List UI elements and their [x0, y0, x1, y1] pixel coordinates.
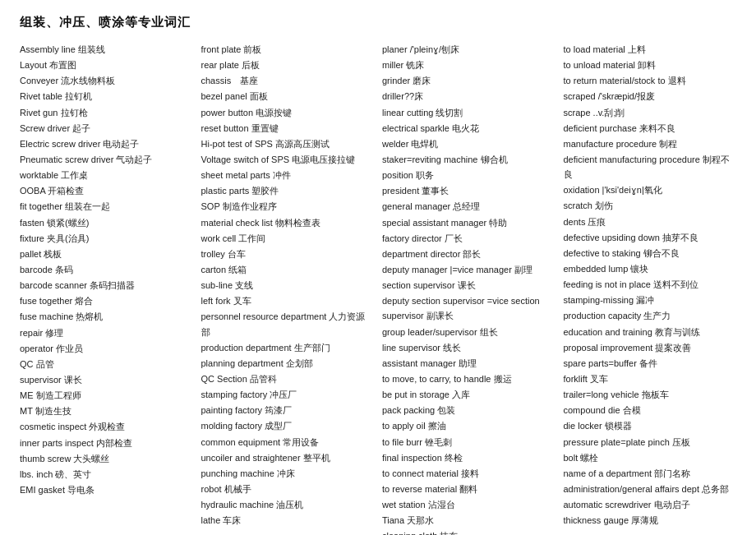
list-item: stamping factory 冲压厂 [201, 387, 375, 402]
column-4: to load material 上料to unload material 卸料… [564, 42, 737, 535]
list-item: production capacity 生产力 [564, 308, 737, 323]
list-item: personnel resource department 人力资源部 [201, 309, 375, 339]
list-item: spare parts=buffer 备件 [564, 356, 737, 371]
list-item: pressure plate=plate pinch 压板 [564, 435, 737, 450]
list-item: feeding is not in place 送料不到位 [564, 277, 737, 292]
list-item: Assembly line 组装线 [20, 42, 193, 57]
list-item: planning department 企划部 [201, 356, 375, 371]
column-2: front plate 前板rear plate 后板chassis 基座bez… [201, 42, 375, 535]
list-item: scrape ..v.刮;削 [564, 105, 737, 120]
list-item: deputy manager |=vice manager 副理 [382, 262, 555, 277]
list-item: oxidation |'ksi'deiɣn|氧化 [564, 182, 737, 197]
list-item: rear plate 后板 [201, 58, 375, 72]
list-item: education and training 教育与训练 [564, 325, 737, 339]
column-1: Assembly line 组装线Layout 布置图Conveyer 流水线物… [20, 42, 193, 535]
list-item: dents 压痕 [564, 214, 737, 229]
list-item: operator 作业员 [20, 341, 193, 356]
list-item: thickness gauge 厚薄规 [564, 513, 737, 528]
list-item: bolt 螺栓 [564, 450, 737, 465]
list-item: plastic parts 塑胶件 [201, 183, 375, 198]
list-item: driller??床 [382, 89, 555, 104]
list-item: be put in storage 入库 [382, 387, 555, 402]
list-item: die locker 锁模器 [564, 418, 737, 433]
list-item: position 职务 [382, 168, 555, 182]
list-item: Pneumatic screw driver 气动起子 [20, 152, 193, 167]
list-item: defective to staking 铆合不良 [564, 246, 737, 261]
list-item: repair 修理 [20, 325, 193, 340]
list-item: MT 制造生技 [20, 404, 193, 418]
list-item: lbs. inch 磅、英寸 [20, 467, 193, 482]
list-item: reset button 重置键 [201, 121, 375, 136]
list-item: QC 品管 [20, 357, 193, 371]
list-item: to file burr 锉毛刺 [382, 435, 555, 450]
list-item: sheet metal parts 冲件 [201, 168, 375, 182]
list-item: common equipment 常用设备 [201, 435, 375, 450]
list-item: administration/general affairs dept 总务部 [564, 482, 737, 496]
list-item: staker=reviting machine 铆合机 [382, 152, 555, 167]
list-item: QC Section 品管科 [201, 371, 375, 386]
list-item: welder 电焊机 [382, 136, 555, 151]
list-item: hydraulic machine 油压机 [201, 497, 375, 512]
list-item: special assistant manager 特助 [382, 215, 555, 230]
list-item: cleaning cloth 抹布 [382, 528, 555, 535]
list-item: automatic screwdriver 电动启子 [564, 497, 737, 512]
list-item: to load material 上料 [564, 42, 737, 57]
list-item: Hi-pot test of SPS 高源高压测试 [201, 136, 375, 151]
list-item: group leader/supervisor 组长 [382, 325, 555, 339]
list-item: Conveyer 流水线物料板 [20, 73, 193, 88]
list-item: deficient manufacturing procedure 制程不良 [564, 152, 737, 182]
list-item: work cell 工作间 [201, 231, 375, 246]
list-item: stamping-missing 漏冲 [564, 293, 737, 307]
list-item: scratch 划伤 [564, 198, 737, 213]
list-item: to reverse material 翻料 [382, 482, 555, 496]
list-item: sub-line 支线 [201, 278, 375, 293]
list-item: department director 部长 [382, 247, 555, 261]
list-item: molding factory 成型厂 [201, 418, 375, 433]
list-item: to connect material 接料 [382, 466, 555, 481]
list-item: uncoiler and straightener 整平机 [201, 450, 375, 465]
list-item: trailer=long vehicle 拖板车 [564, 387, 737, 402]
list-item: Electric screw driver 电动起子 [20, 136, 193, 151]
columns-wrapper: Assembly line 组装线Layout 布置图Conveyer 流水线物… [20, 42, 736, 535]
list-item: forklift 叉车 [564, 371, 737, 386]
list-item: bezel panel 面板 [201, 89, 375, 104]
list-item: factory director 厂长 [382, 231, 555, 246]
list-item: fixture 夹具(治具) [20, 231, 193, 246]
list-item: name of a department 部门名称 [564, 466, 737, 481]
list-item: deficient purchase 来料不良 [564, 121, 737, 136]
list-item: to return material/stock to 退料 [564, 73, 737, 88]
list-item: pallet 栈板 [20, 247, 193, 261]
list-item: pack packing 包装 [382, 403, 555, 417]
list-item: electrical sparkle 电火花 [382, 121, 555, 136]
list-item: general manager 总经理 [382, 199, 555, 214]
list-item: final inspection 终检 [382, 450, 555, 465]
list-item: power button 电源按键 [201, 105, 375, 120]
list-item: section supervisor 课长 [382, 278, 555, 293]
list-item: defective upsiding down 抽芽不良 [564, 230, 737, 245]
list-item: to move, to carry, to handle 搬运 [382, 371, 555, 386]
list-item: line supervisor 线长 [382, 340, 555, 355]
column-3: planer /'pleinɣ/刨床miller 铣床grinder 磨床dri… [382, 42, 555, 535]
list-item: fasten 锁紧(螺丝) [20, 215, 193, 230]
list-item: Rivet table 拉钉机 [20, 89, 193, 104]
list-item: Tiana 天那水 [382, 513, 555, 528]
list-item: fuse together 熔合 [20, 293, 193, 308]
list-item: supervisor 课长 [20, 372, 193, 387]
list-item: robot 机械手 [201, 482, 375, 496]
list-item: deputy section supervisor =vice section … [382, 293, 555, 323]
list-item: OOBA 开箱检查 [20, 183, 193, 198]
list-item: Voltage switch of SPS 电源电压接拉键 [201, 152, 375, 167]
list-item: worktable 工作桌 [20, 168, 193, 182]
list-item: ME 制造工程师 [20, 388, 193, 403]
list-item: chassis 基座 [201, 73, 375, 88]
page-title: 组装、冲压、喷涂等专业词汇 [20, 15, 736, 30]
list-item: embedded lump 镶块 [564, 261, 737, 276]
list-item: Screw driver 起子 [20, 121, 193, 136]
list-item: cosmetic inspect 外观检查 [20, 419, 193, 434]
list-item: scraped /'skræpid/报废 [564, 89, 737, 104]
list-item: fuse machine 热熔机 [20, 309, 193, 324]
list-item: planer /'pleinɣ/刨床 [382, 42, 555, 57]
list-item: carton 纸箱 [201, 262, 375, 277]
list-item: to apply oil 擦油 [382, 418, 555, 433]
list-item: assistant manager 助理 [382, 356, 555, 371]
